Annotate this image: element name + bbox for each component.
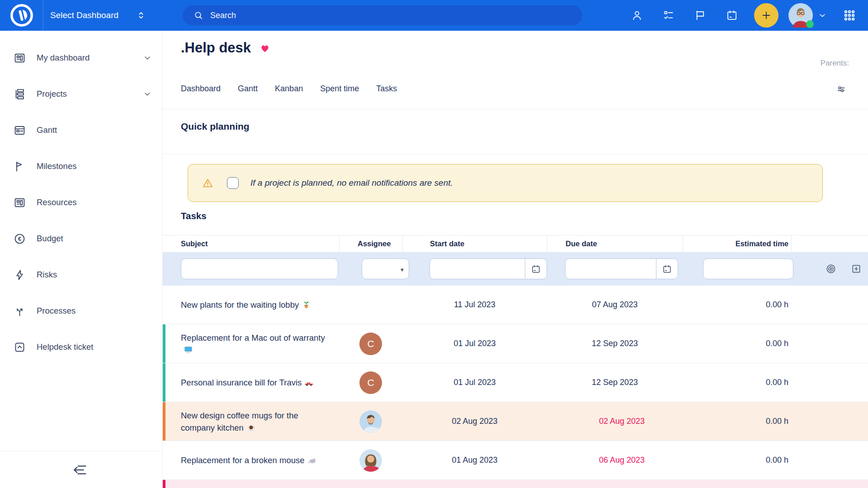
- header-divider: [163, 109, 868, 109]
- due-date-text: 02 Aug 2023: [599, 417, 645, 426]
- assignee-avatar-photo[interactable]: [359, 449, 382, 472]
- task-assignee[interactable]: C: [339, 333, 402, 355]
- assignee-filter-select[interactable]: ▼: [362, 258, 409, 279]
- task-subject[interactable]: New plants for the waiting lobby: [181, 300, 299, 310]
- user-icon[interactable]: [631, 9, 643, 21]
- due-date-calendar-button[interactable]: [656, 259, 678, 279]
- task-assignee[interactable]: [339, 449, 402, 472]
- sidebar-item-label: Risks: [37, 270, 57, 280]
- potted-plant-emoji: [302, 300, 311, 310]
- notice-text: If a project is planned, no email notifi…: [250, 178, 453, 188]
- delete-task-button[interactable]: [848, 455, 858, 465]
- dashboard-icon: [14, 52, 26, 64]
- partial-next-row: [163, 480, 868, 488]
- tab-dashboard[interactable]: Dashboard: [181, 84, 221, 94]
- quick-planning-heading: Quick planning: [181, 121, 250, 132]
- sidebar-item-budget[interactable]: € Budget: [0, 221, 162, 257]
- sidebar-footer: [0, 451, 162, 488]
- column-header-assignee[interactable]: Assignee: [339, 235, 402, 252]
- task-estimated-time: 0.00 h: [683, 300, 791, 310]
- favorite-heart-icon[interactable]: [259, 42, 271, 54]
- app-logo[interactable]: [0, 0, 43, 31]
- task-start-date[interactable]: 01 Aug 2023: [402, 455, 547, 465]
- column-header-start-date[interactable]: Start date: [402, 235, 547, 252]
- caret-down-icon: ▼: [400, 267, 405, 272]
- chevron-down-icon[interactable]: [142, 53, 152, 63]
- add-task-button[interactable]: [851, 263, 862, 274]
- delete-task-button[interactable]: [848, 338, 858, 349]
- page-title: .Help desk: [181, 40, 271, 56]
- task-subject[interactable]: New design coffee mugs for the company k…: [181, 411, 298, 432]
- task-subject[interactable]: Personal insurance bill for Travis: [181, 378, 302, 387]
- logo-icon: [10, 4, 33, 27]
- chevron-down-icon[interactable]: [142, 89, 152, 99]
- chevron-down-icon[interactable]: [817, 10, 827, 20]
- sidebar-item-helpdesk-ticket[interactable]: Helpdesk ticket: [0, 329, 162, 365]
- task-subject[interactable]: Replacement for a Mac out of warranty: [181, 333, 325, 343]
- tab-gantt[interactable]: Gantt: [238, 84, 258, 94]
- table-row[interactable]: New design coffee mugs for the company k…: [163, 402, 868, 441]
- global-search[interactable]: [183, 5, 582, 25]
- sidebar-item-risks[interactable]: Risks: [0, 257, 162, 293]
- column-header-due-date[interactable]: Due date: [547, 235, 683, 252]
- due-date-filter-input[interactable]: [566, 259, 656, 279]
- tab-kanban[interactable]: Kanban: [275, 84, 303, 94]
- start-date-filter-input[interactable]: [430, 259, 525, 279]
- task-start-date[interactable]: 01 Jul 2023: [402, 378, 547, 387]
- tab-spent-time[interactable]: Spent time: [320, 84, 359, 94]
- delete-task-button[interactable]: [848, 377, 858, 388]
- task-start-date[interactable]: 02 Aug 2023: [402, 417, 547, 426]
- task-assignee[interactable]: C: [339, 371, 402, 394]
- task-due-date[interactable]: 06 Aug 2023: [547, 455, 683, 465]
- search-input[interactable]: [209, 10, 526, 21]
- task-due-date[interactable]: 12 Sep 2023: [547, 378, 683, 387]
- tab-tasks[interactable]: Tasks: [376, 84, 397, 94]
- assignee-avatar-initial[interactable]: C: [359, 333, 382, 355]
- task-estimated-time: 0.00 h: [683, 455, 791, 465]
- estimated-time-filter-input[interactable]: [703, 259, 793, 279]
- column-header-estimated-time[interactable]: Estimated time: [683, 235, 791, 252]
- start-date-calendar-button[interactable]: [525, 259, 547, 279]
- settings-sliders-icon[interactable]: [835, 83, 847, 95]
- sidebar-item-resources[interactable]: Resources: [0, 184, 162, 221]
- task-start-date[interactable]: 11 Jul 2023: [402, 300, 547, 310]
- column-header-subject[interactable]: Subject: [181, 235, 339, 252]
- tasks-heading: Tasks: [181, 211, 207, 221]
- notice-checkbox[interactable]: [227, 177, 239, 189]
- assignee-avatar-initial[interactable]: C: [359, 371, 382, 394]
- sidebar-item-milestones[interactable]: Milestones: [0, 148, 162, 184]
- sidebar-item-projects[interactable]: Projects: [0, 76, 162, 112]
- table-row[interactable]: Personal insurance bill for Travis C 01 …: [163, 363, 868, 402]
- assignee-avatar-photo[interactable]: [359, 410, 382, 433]
- due-date-text: 12 Sep 2023: [592, 339, 638, 348]
- table-row[interactable]: Replacement for a broken mouse 01 Aug 20…: [163, 441, 868, 480]
- task-assignee[interactable]: [339, 410, 402, 433]
- table-row[interactable]: New plants for the waiting lobby 11 Jul …: [163, 286, 868, 324]
- select-dashboard-dropdown[interactable]: Select Dashboard: [50, 0, 146, 31]
- target-icon[interactable]: [826, 263, 836, 274]
- sidebar-item-processes[interactable]: Processes: [0, 293, 162, 329]
- calendar-icon[interactable]: [726, 9, 738, 21]
- sidebar-item-gantt[interactable]: Gantt: [0, 112, 162, 148]
- create-new-button[interactable]: [754, 3, 778, 28]
- priority-color-bar: [163, 363, 165, 402]
- delete-task-button[interactable]: [848, 416, 858, 427]
- delete-task-button[interactable]: [848, 300, 858, 310]
- checklist-icon[interactable]: [663, 9, 675, 21]
- task-due-date[interactable]: 12 Sep 2023: [547, 339, 683, 348]
- task-due-date[interactable]: 02 Aug 2023: [547, 417, 683, 427]
- table-row[interactable]: Replacement for a Mac out of warranty C …: [163, 324, 868, 363]
- start-date-filter: [429, 258, 547, 279]
- user-avatar[interactable]: [788, 3, 813, 28]
- sidebar: My dashboard Projects Gantt Milestones R…: [0, 31, 163, 488]
- collapse-sidebar-button[interactable]: [72, 462, 89, 478]
- task-subject[interactable]: Replacement for a broken mouse: [181, 455, 305, 465]
- task-due-date[interactable]: 07 Aug 2023: [547, 300, 683, 310]
- subject-filter-input[interactable]: [181, 259, 338, 279]
- task-estimated-time: 0.00 h: [683, 378, 791, 387]
- apps-grid-icon[interactable]: [843, 9, 856, 22]
- sidebar-item-label: Resources: [37, 197, 76, 207]
- flag-icon[interactable]: [694, 9, 706, 21]
- sidebar-item-my-dashboard[interactable]: My dashboard: [0, 40, 162, 76]
- task-start-date[interactable]: 01 Jul 2023: [402, 339, 547, 348]
